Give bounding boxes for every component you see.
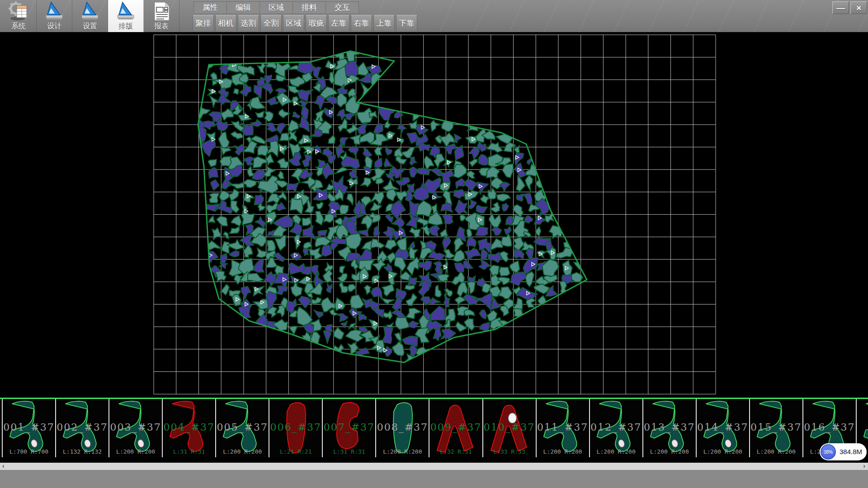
piece-shape xyxy=(750,399,802,457)
app-nav-buttons: 系统 设计 设置 排版 报表 xyxy=(1,0,179,32)
app-button-settings-ruler[interactable]: 设置 xyxy=(72,0,108,32)
tool-button-2[interactable]: 选割 xyxy=(238,15,259,32)
window-controls: — × xyxy=(832,1,867,14)
piece-shape xyxy=(3,399,55,457)
close-button[interactable]: × xyxy=(850,1,867,14)
piece-thumbnail-014-37[interactable]: 014_#37L:200 R:200 xyxy=(696,399,749,457)
piece-thumbnail-002-37[interactable]: 002_#37L:132 R:132 xyxy=(55,399,108,457)
piece-shape xyxy=(376,399,429,457)
piece-thumbnail-011-37[interactable]: 011_#37L:200 R:200 xyxy=(536,399,589,457)
piece-shape xyxy=(109,399,162,457)
tool-button-1[interactable]: 相机 xyxy=(215,15,236,32)
app-button-design-ruler[interactable]: 设计 xyxy=(37,0,72,32)
piece-shape xyxy=(323,399,375,457)
report-icon xyxy=(151,1,171,22)
piece-thumbnail-003-37[interactable]: 003_#37L:200 R:200 xyxy=(108,399,162,457)
nesting-ruler-icon xyxy=(115,1,136,22)
progress-circle: 38% xyxy=(821,444,836,460)
status-bar xyxy=(0,470,868,488)
app-button-report[interactable]: 报表 xyxy=(144,0,179,32)
tool-button-0[interactable]: 聚排 xyxy=(193,15,214,32)
system-gear-icon xyxy=(8,1,29,22)
app-button-nesting-ruler[interactable]: 排版 xyxy=(108,0,144,32)
tool-button-9[interactable]: 下靠 xyxy=(396,15,417,32)
memory-status-badge: 38% 384.8M xyxy=(820,443,867,460)
piece-thumbnail-007-37[interactable]: 007_#37L:31 R:31 xyxy=(322,399,375,457)
piece-thumbnail-015-37[interactable]: 015_#37L:200 R:200 xyxy=(749,399,802,457)
app-button-label: 排版 xyxy=(118,22,133,31)
app-button-label: 系统 xyxy=(11,22,26,31)
piece-shape xyxy=(697,399,749,457)
ribbon-toolbar: 系统 设计 设置 排版 报表 属性编辑区域排料交互 聚排相机选割全割区域瑕疵左靠… xyxy=(0,0,868,33)
piece-thumbnail-strip: 001_#37L:700 R:700002_#37L:132 R:132003_… xyxy=(0,399,868,457)
piece-thumbnail-005-37[interactable]: 005_#37L:200 R:200 xyxy=(215,399,269,457)
app-button-system-gear[interactable]: 系统 xyxy=(1,0,37,32)
piece-shape xyxy=(56,399,108,457)
menu-tab-1[interactable]: 编辑 xyxy=(226,1,260,14)
design-ruler-icon xyxy=(44,1,65,22)
piece-thumbnail-008-37[interactable]: 008_#37L:200 R:200 xyxy=(375,399,429,457)
memory-value: 384.8M xyxy=(840,443,862,460)
scroll-right-arrow[interactable]: › xyxy=(863,463,865,470)
tool-button-8[interactable]: 上靠 xyxy=(373,15,395,32)
piece-thumbnail-001-37[interactable]: 001_#37L:700 R:700 xyxy=(2,399,55,457)
piece-shape xyxy=(483,399,536,457)
piece-thumbnail-009-37[interactable]: 009_#37L:32 R:31 xyxy=(429,399,482,457)
application-window: 系统 设计 设置 排版 报表 属性编辑区域排料交互 聚排相机选割全割区域瑕疵左靠… xyxy=(0,0,868,488)
piece-thumbnail-004-37[interactable]: 004_#37L:31 R:31 xyxy=(162,399,215,457)
horizontal-scrollbar[interactable]: ‹ › xyxy=(0,463,868,470)
piece-shape xyxy=(643,399,696,457)
menu-tab-3[interactable]: 排料 xyxy=(292,1,326,14)
piece-shape xyxy=(429,399,482,457)
menu-tab-row: 属性编辑区域排料交互 xyxy=(193,1,359,13)
piece-thumbnail-012-37[interactable]: 012_#37L:200 R:200 xyxy=(589,399,642,457)
settings-ruler-icon xyxy=(80,1,100,22)
piece-shape xyxy=(590,399,642,457)
tool-button-5[interactable]: 瑕疵 xyxy=(306,15,327,32)
nesting-canvas[interactable] xyxy=(0,32,868,398)
menu-tab-0[interactable]: 属性 xyxy=(193,1,227,14)
scroll-left-arrow[interactable]: ‹ xyxy=(2,463,5,470)
tool-button-4[interactable]: 区域 xyxy=(283,15,304,32)
app-button-label: 报表 xyxy=(154,22,169,31)
tool-button-row: 聚排相机选割全割区域瑕疵左靠右靠上靠下靠 xyxy=(193,15,419,31)
menu-tab-2[interactable]: 区域 xyxy=(259,1,293,14)
tool-button-7[interactable]: 右靠 xyxy=(351,15,372,32)
piece-thumbnail-013-37[interactable]: 013_#37L:200 R:200 xyxy=(642,399,696,457)
piece-shape xyxy=(163,399,215,457)
app-button-label: 设置 xyxy=(83,22,97,31)
piece-shape xyxy=(269,399,322,457)
tool-button-3[interactable]: 全割 xyxy=(260,15,282,32)
piece-thumbnail-006-37[interactable]: 006_#37L:21 R:21 xyxy=(269,399,322,457)
app-button-label: 设计 xyxy=(47,22,61,31)
piece-shape xyxy=(537,399,589,457)
piece-shape xyxy=(216,399,269,457)
progress-percent: 38% xyxy=(824,450,833,455)
menu-tab-4[interactable]: 交互 xyxy=(326,1,359,14)
piece-thumbnail-010-37[interactable]: 010_#37L:33 R:33 xyxy=(482,399,536,457)
tool-button-6[interactable]: 左靠 xyxy=(328,15,349,32)
nesting-layout-drawing xyxy=(0,32,868,398)
minimize-button[interactable]: — xyxy=(832,1,849,14)
